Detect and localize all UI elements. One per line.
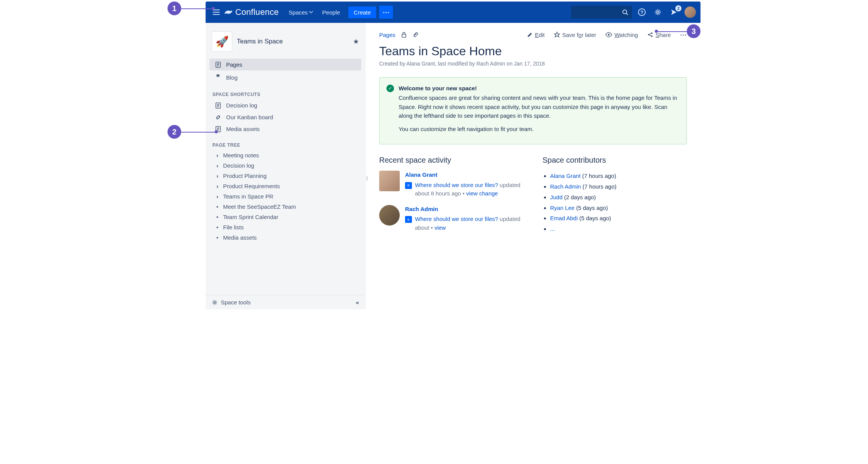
- tree-heading: PAGE TREE: [206, 139, 365, 150]
- contributor-ago: (7 hours ago): [582, 183, 616, 190]
- page-tree-item[interactable]: ›Meeting notes: [209, 150, 361, 160]
- main-content: Pages Edit Sa: [365, 23, 700, 309]
- space-tools-button[interactable]: Space tools: [212, 299, 251, 306]
- tree-item-label: File lists: [223, 224, 244, 230]
- sidebar-item-label: Pages: [226, 61, 243, 68]
- settings-icon[interactable]: [652, 6, 664, 18]
- user-avatar[interactable]: [379, 171, 400, 191]
- contributor-link[interactable]: Judd: [550, 194, 563, 200]
- sidebar-footer: Space tools «: [206, 295, 365, 309]
- attachments-icon[interactable]: [412, 32, 418, 38]
- nav-spaces[interactable]: Spaces: [285, 6, 317, 19]
- user-avatar[interactable]: [379, 205, 400, 226]
- contributors-more[interactable]: ...: [550, 224, 687, 234]
- chevron-right-icon[interactable]: ›: [215, 173, 220, 179]
- contributor-link[interactable]: Rach Admin: [550, 183, 581, 190]
- sidebar-pages[interactable]: Pages: [209, 59, 361, 70]
- activity-user-link[interactable]: Alana Grant: [405, 171, 523, 179]
- info-panel: ✓ Welcome to your new space! Confluence …: [379, 77, 687, 144]
- page-tree-item[interactable]: ›Teams in Space PR: [209, 191, 361, 202]
- document-icon: ≡: [405, 182, 412, 189]
- contributor-link[interactable]: Emad Abdi: [550, 215, 578, 221]
- page-toolbar: Pages Edit Sa: [379, 30, 687, 39]
- check-icon: ✓: [386, 85, 394, 92]
- info-paragraph: You can customize the left navigation to…: [399, 125, 680, 133]
- contributor-item: Ryan Lee (5 days ago): [550, 203, 687, 213]
- annotation-dot: [212, 7, 215, 10]
- page-title: Teams in Space Home: [379, 44, 687, 58]
- svg-point-7: [214, 301, 216, 303]
- annotation-line: [658, 31, 687, 32]
- brand-text: Confluence: [235, 7, 279, 17]
- contributor-link[interactable]: Alana Grant: [550, 173, 581, 179]
- view-change-link[interactable]: view: [434, 224, 446, 231]
- sidebar-shortcut[interactable]: Decision log: [209, 99, 361, 111]
- star-icon[interactable]: ★: [353, 37, 359, 46]
- document-icon: ≡: [405, 216, 412, 223]
- help-icon[interactable]: ?: [636, 6, 648, 18]
- page-tree-item[interactable]: •File lists: [209, 222, 361, 232]
- contributor-ago: (2 days ago): [564, 194, 596, 200]
- edit-button[interactable]: Edit: [527, 32, 545, 38]
- nav-people[interactable]: People: [318, 6, 344, 19]
- share-icon: [647, 32, 653, 38]
- tree-item-label: Product Requirements: [223, 183, 280, 189]
- page-tree-item[interactable]: ›Product Requirements: [209, 181, 361, 191]
- tree-item-label: Meet the SeeSpaceEZ Team: [223, 203, 296, 210]
- breadcrumb-pages[interactable]: Pages: [379, 32, 396, 38]
- resize-handle[interactable]: ||: [366, 175, 367, 181]
- restrictions-icon[interactable]: [401, 32, 407, 38]
- space-name[interactable]: Teams in Space: [237, 38, 348, 45]
- activity-page-link[interactable]: Where should we store our files?: [415, 216, 498, 222]
- annotation-callout-2: 2: [168, 125, 181, 139]
- annotation-callout-1: 1: [168, 2, 181, 15]
- search-input[interactable]: [571, 6, 632, 19]
- contributor-item: Emad Abdi (5 days ago): [550, 213, 687, 224]
- contributor-link[interactable]: Ryan Lee: [550, 205, 574, 211]
- sidebar-shortcut[interactable]: Our Kanban board: [209, 111, 361, 123]
- confluence-logo[interactable]: Confluence: [224, 7, 279, 17]
- eye-icon: [605, 32, 612, 37]
- activity-page-link[interactable]: Where should we store our files?: [415, 182, 498, 188]
- tree-item-label: Decision log: [223, 162, 254, 169]
- space-logo[interactable]: 🚀: [212, 31, 232, 52]
- sidebar: 🚀 Teams in Space ★ Pages ❞ Blog: [206, 23, 365, 309]
- chevron-right-icon[interactable]: ›: [215, 183, 220, 189]
- bullet-icon: •: [215, 214, 220, 220]
- page-tree-item[interactable]: ›Product Planning: [209, 171, 361, 181]
- view-change-link[interactable]: view change: [466, 190, 498, 197]
- page-tree-item[interactable]: •Media assets: [209, 232, 361, 243]
- notifications-icon[interactable]: 2: [668, 6, 680, 18]
- gear-icon: [212, 299, 218, 306]
- chevron-right-icon[interactable]: ›: [215, 193, 220, 200]
- create-more-button[interactable]: ⋯: [379, 6, 393, 19]
- contributor-ago: (7 hours ago): [582, 173, 616, 179]
- user-avatar[interactable]: [685, 6, 696, 18]
- page-tree-item[interactable]: •Meet the SeeSpaceEZ Team: [209, 202, 361, 212]
- activity-entry: Rach Admin≡Where should we store our fil…: [379, 205, 523, 232]
- page-icon: [215, 102, 222, 109]
- chevron-right-icon[interactable]: ›: [215, 152, 220, 158]
- chevron-right-icon[interactable]: ›: [215, 162, 220, 169]
- page-tree-item[interactable]: •Team Sprint Calendar: [209, 212, 361, 222]
- sidebar-blog[interactable]: ❞ Blog: [209, 70, 361, 84]
- annotation-line: [181, 8, 212, 9]
- contributor-item: Judd (2 days ago): [550, 192, 687, 203]
- bullet-icon: •: [215, 234, 220, 241]
- star-icon: [554, 32, 560, 38]
- sidebar-shortcut[interactable]: Media assets: [209, 123, 361, 135]
- create-button[interactable]: Create: [348, 6, 376, 18]
- share-button[interactable]: Share: [647, 32, 671, 38]
- page-tree-item[interactable]: ›Decision log: [209, 160, 361, 171]
- save-for-later-button[interactable]: Save for later: [554, 32, 596, 38]
- activity-user-link[interactable]: Rach Admin: [405, 205, 523, 214]
- space-header: 🚀 Teams in Space ★: [206, 27, 365, 59]
- tree-item-label: Teams in Space PR: [223, 193, 273, 200]
- contributor-item: Alana Grant (7 hours ago): [550, 171, 687, 181]
- watching-button[interactable]: Watching: [605, 32, 638, 38]
- activity-entry: Alana Grant≡Where should we store our fi…: [379, 171, 523, 198]
- collapse-sidebar-button[interactable]: «: [356, 299, 359, 306]
- notification-badge: 2: [675, 5, 681, 11]
- search-icon: [622, 9, 628, 15]
- quote-icon: ❞: [215, 73, 222, 82]
